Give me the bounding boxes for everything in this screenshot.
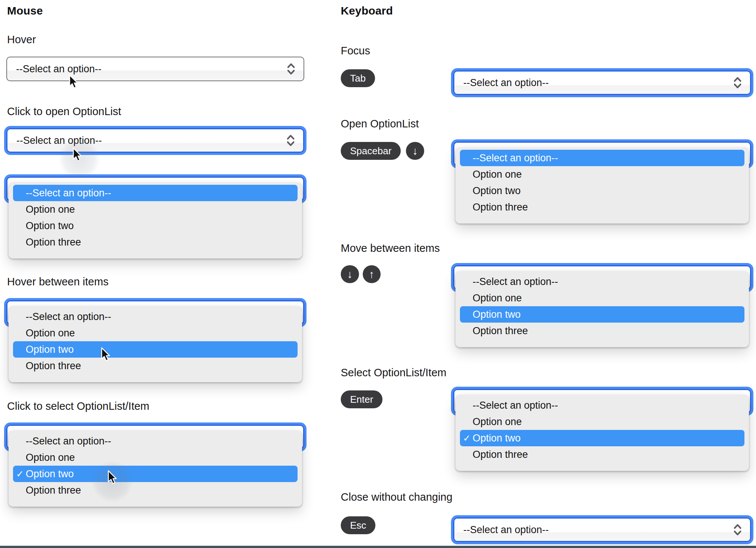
key-group-open: Spacebar ↓ [341,142,424,160]
optionlist-combo-click-select: --Select an option-- --Select an option-… [4,422,306,507]
section-title-click-select: Click to select OptionList/Item [7,400,149,412]
option-item[interactable]: Option three [455,199,749,215]
option-item[interactable]: --Select an option-- [455,397,749,414]
key-spacebar: Spacebar [341,142,401,160]
option-item[interactable]: --Select an option-- [9,433,302,449]
option-item[interactable]: Option one [9,325,302,341]
optionlist-dropdown: --Select an option-- Option one Option t… [9,183,302,259]
key-tab: Tab [341,69,375,87]
select-chevron-icon [286,62,296,76]
select-close[interactable]: --Select an option-- [453,517,751,542]
section-title-open: Open OptionList [341,118,419,130]
key-arrow-down: ↓ [341,265,359,283]
option-item[interactable]: Option three [9,482,302,498]
checkmark-icon: ✓ [463,430,471,446]
key-group-close: Esc [341,516,375,534]
optionlist-combo-hover-items: --Select an option-- --Select an option-… [4,298,306,382]
key-group-focus: Tab [341,69,375,87]
option-item[interactable]: Option three [9,358,302,374]
optionlist-combo-kb-select: --Select an option-- --Select an option-… [451,387,753,471]
section-title-select-item: Select OptionList/Item [341,367,447,379]
key-esc: Esc [341,516,375,534]
option-item[interactable]: Option three [455,446,749,463]
section-title-move: Move between items [341,242,440,254]
mouse-cursor-icon [67,75,79,90]
option-item-selected[interactable]: --Select an option-- [460,150,744,166]
option-item-active[interactable]: Option two [460,306,744,323]
key-enter: Enter [341,390,382,408]
key-group-move: ↓ ↑ [341,265,381,283]
optionlist-dropdown: --Select an option-- Option one Option t… [9,306,302,382]
key-arrow-down: ↓ [406,142,424,160]
bottom-divider [0,546,756,548]
select-hover[interactable]: --Select an option-- [6,57,304,81]
option-item[interactable]: Option three [455,323,749,339]
select-chevron-icon [286,134,296,147]
option-item-selected[interactable]: ✓ Option two [460,430,744,446]
keyboard-column-title: Keyboard [341,4,393,17]
key-arrow-up: ↑ [363,265,381,283]
option-item-selected[interactable]: --Select an option-- [13,185,298,201]
mouse-cursor-icon [99,347,111,362]
option-item[interactable]: --Select an option-- [9,308,302,325]
select-click-open[interactable]: --Select an option-- [6,128,304,153]
optionlist-combo-kb-move: --Select an option-- --Select an option-… [451,263,753,347]
select-chevron-icon [733,76,743,89]
optionlist-dropdown: --Select an option-- Option one Option t… [455,148,749,224]
option-item-selected[interactable]: ✓ Option two [13,466,298,482]
section-title-close: Close without changing [341,491,452,503]
select-focus[interactable]: --Select an option-- [453,70,751,95]
optionlist-dropdown: --Select an option-- Option one Option t… [455,271,749,347]
section-title-hover-items: Hover between items [7,276,108,288]
section-title-hover: Hover [7,34,36,46]
optionlist-dropdown: --Select an option-- Option one ✓ Option… [455,395,749,471]
select-value: --Select an option-- [16,63,102,75]
option-item[interactable]: Option one [455,290,749,306]
select-chevron-icon [733,523,743,536]
option-item[interactable]: Option two [9,218,302,234]
option-item[interactable]: Option one [455,166,749,183]
optionlist-dropdown: --Select an option-- Option one ✓ Option… [9,431,302,507]
option-item[interactable]: Option one [9,201,302,218]
key-group-select: Enter [341,390,382,408]
checkmark-icon: ✓ [16,466,24,482]
section-title-focus: Focus [341,45,370,57]
option-item[interactable]: Option three [9,234,302,250]
mouse-cursor-icon [106,470,117,485]
option-item[interactable]: Option two [455,183,749,199]
option-item[interactable]: Option one [9,449,302,466]
optionlist-combo-kb-open: --Select an option-- --Select an option-… [451,139,753,224]
select-value: --Select an option-- [463,524,549,536]
mouse-cursor-icon [71,148,82,163]
mouse-column-title: Mouse [7,4,43,17]
option-item[interactable]: Option one [455,414,749,430]
option-item-hovered[interactable]: Option two [13,341,298,358]
section-title-click-open: Click to open OptionList [7,105,121,118]
select-value: --Select an option-- [463,77,549,89]
optionlist-combo-click-open: --Select an option-- --Select an option-… [4,174,306,259]
option-item[interactable]: --Select an option-- [455,273,749,290]
